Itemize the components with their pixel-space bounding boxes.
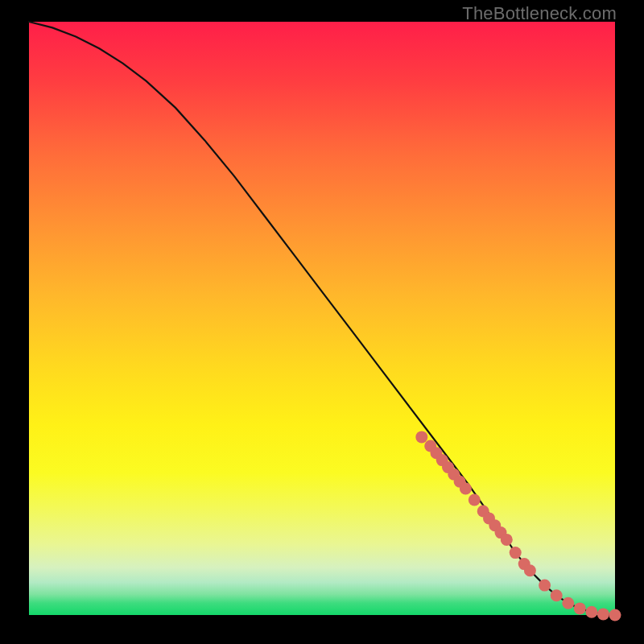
marker-point bbox=[415, 431, 427, 443]
marker-point bbox=[574, 602, 586, 614]
attribution-label: TheBottleneck.com bbox=[462, 3, 617, 24]
marker-point bbox=[585, 606, 597, 618]
marker-point bbox=[524, 564, 536, 576]
marker-point bbox=[469, 494, 481, 506]
marker-point bbox=[539, 580, 551, 592]
chart-stage: TheBottleneck.com bbox=[0, 0, 644, 644]
marker-point bbox=[597, 608, 609, 620]
marker-point bbox=[562, 597, 574, 609]
marker-point bbox=[551, 589, 563, 601]
highlighted-points bbox=[415, 431, 621, 621]
marker-point bbox=[460, 483, 472, 495]
marker-point bbox=[501, 534, 513, 546]
curve-layer bbox=[29, 22, 615, 615]
bottleneck-curve bbox=[29, 22, 615, 615]
marker-point bbox=[510, 547, 522, 559]
marker-point bbox=[609, 609, 621, 621]
plot-area bbox=[29, 22, 615, 615]
